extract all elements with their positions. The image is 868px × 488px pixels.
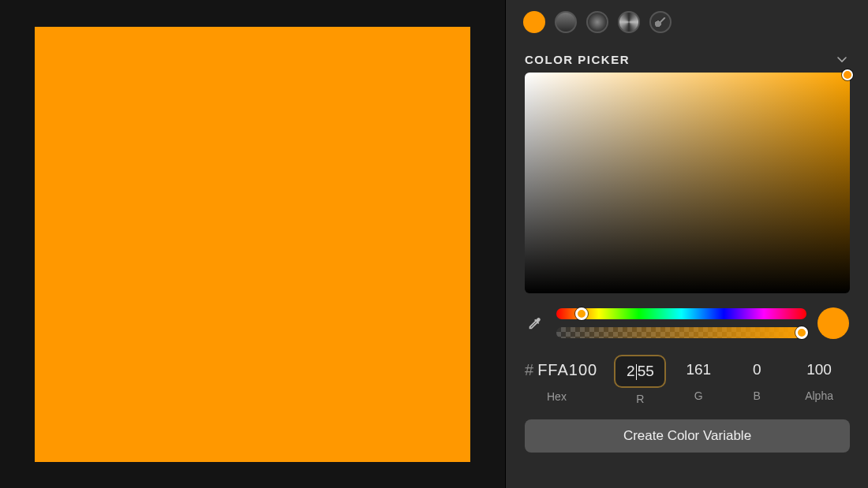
- hex-label: Hex: [525, 390, 567, 403]
- alpha-cell: 100 Alpha: [789, 355, 849, 402]
- alpha-slider[interactable]: [556, 327, 806, 338]
- hue-handle[interactable]: [575, 307, 588, 320]
- g-label: G: [694, 389, 703, 402]
- hue-slider[interactable]: [556, 308, 806, 319]
- selected-color-rect[interactable]: [35, 27, 470, 462]
- sliders-group: [556, 308, 806, 338]
- value-row: #FFA100 Hex 255 R 161 G 0 B 100 Alpha: [506, 339, 868, 405]
- fill-radial-tab[interactable]: [586, 11, 608, 33]
- color-panel: COLOR PICKER #FFA100 Hex 255 R: [505, 0, 868, 488]
- canvas-area: [0, 0, 505, 488]
- saturation-value-area[interactable]: [525, 73, 850, 293]
- hex-cell: #FFA100 Hex: [525, 355, 608, 403]
- color-picker-header[interactable]: COLOR PICKER: [506, 41, 868, 73]
- fill-image-tab[interactable]: [649, 11, 672, 33]
- g-input[interactable]: 161: [672, 355, 724, 385]
- b-input[interactable]: 0: [731, 355, 783, 385]
- r-input[interactable]: 255: [614, 355, 666, 388]
- alpha-handle[interactable]: [795, 326, 808, 339]
- slider-row: [506, 293, 868, 339]
- hex-input[interactable]: #FFA100: [525, 355, 608, 386]
- hex-value: FFA100: [537, 361, 597, 378]
- eyedropper-icon[interactable]: [525, 313, 545, 333]
- fill-type-tabs: [506, 0, 868, 41]
- fill-solid-tab[interactable]: [523, 11, 545, 33]
- sv-handle[interactable]: [842, 69, 853, 80]
- fill-angular-tab[interactable]: [618, 11, 640, 33]
- r-cell: 255 R: [614, 355, 666, 405]
- alpha-label: Alpha: [805, 389, 833, 402]
- chevron-down-icon[interactable]: [835, 52, 849, 66]
- g-cell: 161 G: [672, 355, 724, 402]
- current-color-swatch[interactable]: [817, 307, 849, 339]
- b-label: B: [754, 389, 761, 402]
- create-color-variable-button[interactable]: Create Color Variable: [525, 419, 850, 453]
- alpha-input[interactable]: 100: [789, 355, 849, 385]
- fill-linear-tab[interactable]: [555, 11, 577, 33]
- panel-title: COLOR PICKER: [525, 53, 630, 66]
- r-label: R: [636, 393, 644, 405]
- b-cell: 0 B: [731, 355, 783, 402]
